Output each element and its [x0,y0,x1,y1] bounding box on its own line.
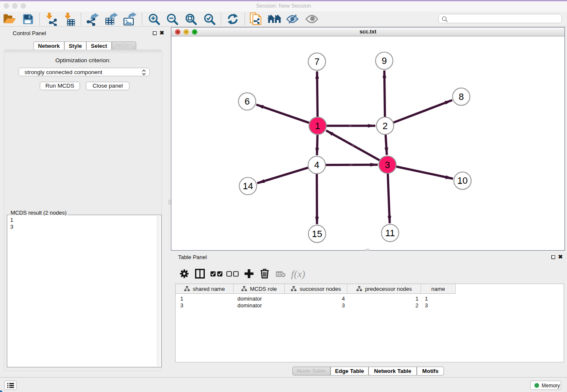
svg-text:14: 14 [243,181,253,191]
svg-text:1: 1 [315,121,320,131]
svg-text:8: 8 [459,91,464,102]
svg-text:7: 7 [314,56,319,67]
svg-text:10: 10 [457,175,468,186]
svg-text:4: 4 [314,160,319,170]
svg-text:9: 9 [382,55,387,66]
svg-text:2: 2 [383,121,388,131]
svg-text:11: 11 [385,228,395,238]
svg-text:15: 15 [312,229,322,239]
svg-text:6: 6 [245,96,250,107]
svg-text:3: 3 [385,160,390,170]
